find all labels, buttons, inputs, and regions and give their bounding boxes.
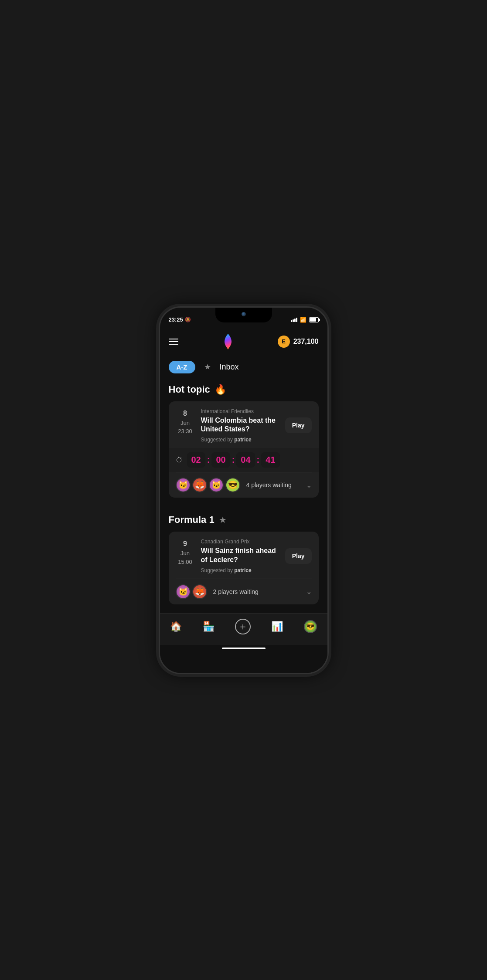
coin-icon: E (278, 336, 290, 348)
timer-minutes: 00 (211, 452, 230, 468)
card-date: 8 Jun 23:30 (176, 408, 195, 436)
f1-players-row[interactable]: 🐱 🦊 2 players waiting ⌄ (169, 579, 319, 604)
screen: E 237,100 A-Z ★ Inbox Hot topic 🔥 8 Jun (160, 327, 327, 673)
card-league: International Friendlies (201, 408, 279, 414)
f1-play-button[interactable]: Play (285, 548, 312, 564)
mute-icon: 🔕 (185, 317, 191, 322)
home-indicator (222, 648, 266, 649)
fire-icon: 🔥 (215, 384, 226, 395)
timer-row: ⏱ 02 : 00 : 04 : 41 (169, 448, 319, 472)
signal-icon (291, 318, 297, 322)
nav-shop[interactable]: 🏪 (198, 619, 219, 634)
f1-card-question: Will Sainz finish ahead of Leclerc? (201, 546, 279, 565)
avatar-1: 🐱 (176, 478, 191, 492)
f1-card-top: 9 Jun 15:00 Canadian Grand Prix Will Sai… (169, 532, 319, 579)
f1-card-date: 9 Jun 15:00 (176, 539, 195, 566)
f1-avatar-2: 🦊 (192, 584, 207, 599)
timer-seconds: 04 (236, 452, 255, 468)
f1-card-suggested: Suggested by patrice (201, 567, 279, 573)
app-logo (222, 333, 234, 350)
card-question: Will Colombia beat the United States? (201, 416, 279, 434)
menu-button[interactable] (169, 339, 178, 345)
formula1-section: Formula 1 ★ 9 Jun 15:00 Canadian Grand P… (160, 511, 327, 613)
formula1-card: 9 Jun 15:00 Canadian Grand Prix Will Sai… (169, 532, 319, 604)
bottom-nav: 🏠 🏪 ＋ 📊 😎 (160, 613, 327, 645)
f1-avatar-1: 🐱 (176, 584, 191, 599)
leaderboard-icon: 📊 (271, 621, 283, 632)
home-icon: 🏠 (170, 621, 182, 632)
avatar-2: 🦊 (192, 478, 207, 492)
timer-icon: ⏱ (176, 456, 183, 464)
hot-topic-play-button[interactable]: Play (285, 417, 312, 433)
coin-balance: E 237,100 (278, 336, 319, 348)
tab-star[interactable]: ★ (204, 362, 211, 372)
avatar-4: 😎 (225, 478, 240, 492)
formula1-star-icon[interactable]: ★ (219, 515, 227, 525)
profile-avatar: 😎 (304, 620, 317, 633)
nav-tabs: A-Z ★ Inbox (160, 356, 327, 380)
add-icon[interactable]: ＋ (235, 619, 251, 634)
card-content: International Friendlies Will Colombia b… (201, 408, 279, 443)
nav-profile[interactable]: 😎 (300, 618, 321, 635)
f1-chevron-down-icon[interactable]: ⌄ (306, 587, 312, 596)
balance-amount: 237,100 (293, 338, 319, 346)
wifi-icon: 📶 (300, 317, 307, 323)
avatar-3: 🐱 (209, 478, 224, 492)
clock: 23:25 (169, 316, 183, 323)
nav-add[interactable]: ＋ (231, 617, 255, 636)
chevron-down-icon[interactable]: ⌄ (306, 481, 312, 489)
card-suggested: Suggested by patrice (201, 437, 279, 443)
hot-topic-title: Hot topic (169, 384, 210, 395)
formula1-title-row: Formula 1 ★ (169, 514, 319, 526)
hot-topic-section: Hot topic 🔥 8 Jun 23:30 International Fr… (160, 380, 327, 507)
formula1-title: Formula 1 (169, 514, 215, 526)
players-row[interactable]: 🐱 🦊 🐱 😎 4 players waiting ⌄ (169, 472, 319, 498)
app-header: E 237,100 (160, 327, 327, 356)
tab-inbox[interactable]: Inbox (220, 363, 239, 372)
timer-ms: 41 (261, 452, 279, 468)
timer-hours: 02 (187, 452, 205, 468)
timer-digits: 02 : 00 : 04 : 41 (187, 452, 280, 468)
hot-topic-title-row: Hot topic 🔥 (169, 384, 319, 395)
players-waiting-text: 4 players waiting (246, 482, 305, 488)
nav-home[interactable]: 🏠 (166, 619, 186, 634)
card-top: 8 Jun 23:30 International Friendlies Wil… (169, 401, 319, 448)
tab-az[interactable]: A-Z (169, 361, 195, 373)
f1-card-league: Canadian Grand Prix (201, 539, 279, 545)
nav-leaderboard[interactable]: 📊 (267, 619, 287, 634)
f1-players-waiting-text: 2 players waiting (213, 588, 305, 595)
hot-topic-card: 8 Jun 23:30 International Friendlies Wil… (169, 401, 319, 498)
time-display: 23:25 🔕 (169, 316, 191, 323)
status-icons: 📶 (291, 317, 319, 323)
shop-icon: 🏪 (203, 621, 215, 632)
f1-card-content: Canadian Grand Prix Will Sainz finish ah… (201, 539, 279, 573)
battery-icon (309, 317, 319, 322)
